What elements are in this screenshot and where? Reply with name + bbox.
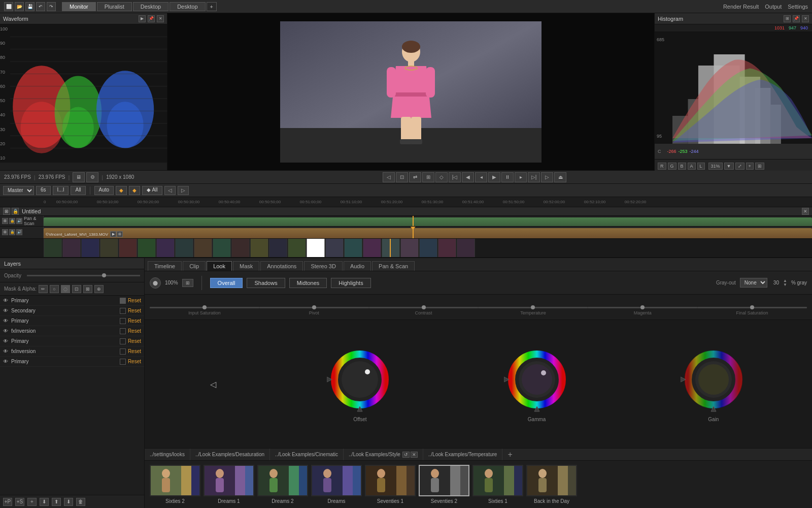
tab-desktop-2[interactable]: Desktop (170, 2, 205, 11)
pb-mark-in-btn[interactable]: ◁ (383, 172, 395, 182)
monitor-icon[interactable]: 🖥 (73, 172, 85, 182)
hist-g-btn[interactable]: G (668, 163, 676, 170)
track-audio-1[interactable]: 🔊 (16, 218, 22, 224)
color-scope-icon[interactable]: ⬤ (150, 277, 161, 289)
layer-check-1[interactable] (120, 308, 126, 314)
mask-btn-2[interactable]: ○ (50, 285, 59, 293)
timeline-close-btn[interactable]: ✕ (802, 208, 809, 215)
tab-stereo3d[interactable]: Stereo 3D (304, 261, 343, 271)
mask-btn-5[interactable]: ⊠ (83, 285, 92, 293)
pb-trim-btn[interactable]: ⊡ (396, 172, 408, 182)
layer-item-5[interactable]: 👁 fxInversion Reset (0, 346, 144, 357)
track-audio-2[interactable]: 🔊 (16, 229, 22, 235)
hist-grid-btn[interactable]: ⊞ (755, 163, 764, 170)
look-item-seventies2[interactable]: Seventies 2 (419, 465, 469, 504)
layer-item-4[interactable]: 👁 Primary Reset (0, 336, 144, 346)
midtones-btn[interactable]: Midtones (289, 278, 327, 288)
gray-out-select[interactable]: None (740, 278, 767, 288)
pb-play-btn[interactable]: ▶ (488, 172, 500, 182)
hist-close-btn[interactable]: ✕ (802, 15, 809, 22)
track-visibility-2[interactable]: ⊞ (2, 229, 8, 235)
look-tab-refresh-btn[interactable]: ↺ (402, 452, 410, 458)
layer-reset-4[interactable]: Reset (128, 338, 141, 344)
look-item-sixties2[interactable]: Sixties 2 (150, 465, 200, 504)
mask-btn-4[interactable]: ⊡ (72, 285, 81, 293)
pb-export-btn[interactable]: ⏏ (554, 172, 566, 182)
hist-pin-btn[interactable]: 📌 (793, 15, 800, 22)
settings-link[interactable]: Settings (788, 4, 808, 10)
layer-reset-3[interactable]: Reset (128, 328, 141, 334)
pb-stop-btn[interactable]: ⏸ (501, 172, 514, 182)
pb-jump-end[interactable]: ▷ (541, 172, 553, 182)
pb-match-btn[interactable]: ⊞ (422, 172, 434, 182)
look-item-back-in-the-day[interactable]: Back in the Day (526, 465, 577, 504)
layer-reset-6[interactable]: Reset (128, 359, 141, 364)
tab-pan-scan[interactable]: Pan & Scan (372, 261, 415, 271)
wheel-offset-svg[interactable] (327, 346, 393, 412)
layer-item-1[interactable]: 👁 Secondary Reset (0, 306, 144, 316)
hist-r-btn[interactable]: R (658, 163, 666, 170)
redo-icon[interactable]: ↷ (47, 2, 56, 11)
tab-audio[interactable]: Audio (344, 261, 371, 271)
pb-fwd-frame[interactable]: ▸ (515, 172, 527, 182)
look-item-dreams2[interactable]: Dreams 2 (257, 465, 308, 504)
waveform-close-btn[interactable]: ✕ (157, 15, 164, 22)
look-tab-style-close[interactable]: ✕ (411, 452, 418, 458)
open-icon[interactable]: 📂 (15, 2, 24, 11)
layer-check-0[interactable] (120, 298, 126, 304)
mask-btn-6[interactable]: ⊕ (94, 285, 104, 293)
wheel-gain-svg[interactable] (681, 346, 747, 412)
tab-clip[interactable]: Clip (183, 261, 206, 271)
highlights-btn[interactable]: Highlights (331, 278, 370, 288)
layer-item-3[interactable]: 👁 fxInversion Reset (0, 326, 144, 336)
tab-annotations[interactable]: Annotations (260, 261, 303, 271)
tab-mask[interactable]: Mask (233, 261, 259, 271)
layer-item-2[interactable]: 👁 Primary Reset (0, 316, 144, 326)
look-item-dreams1[interactable]: Dreams 1 (204, 465, 254, 504)
hist-zoom-select[interactable]: 31% (708, 163, 723, 170)
new-icon[interactable]: ⬜ (4, 2, 13, 11)
timeline-preset-select[interactable]: Master (3, 186, 34, 195)
contrast-track[interactable] (369, 307, 479, 308)
look-tab-settings[interactable]: ../settings/looks (145, 449, 190, 461)
pb-end-btn[interactable]: ◇ (435, 172, 448, 182)
hist-b-btn[interactable]: B (678, 163, 686, 170)
track-lock-2[interactable]: 🔒 (9, 229, 15, 235)
look-item-sixties1[interactable]: Sixties 1 (472, 465, 523, 504)
track-ctrl-1[interactable]: ⊞ (3, 208, 10, 215)
output-link[interactable]: Output (765, 4, 782, 10)
final-sat-track[interactable] (697, 307, 807, 308)
hist-expand2-btn[interactable]: ⤢ (735, 163, 745, 170)
pb-next-marker[interactable]: ▷| (528, 172, 540, 182)
layer-reset-5[interactable]: Reset (128, 348, 141, 354)
tab-desktop-1[interactable]: Desktop (133, 2, 168, 11)
render-result-link[interactable]: Render Result (723, 4, 759, 10)
shadows-btn[interactable]: Shadows (247, 278, 285, 288)
add-p-btn[interactable]: +P (3, 498, 12, 506)
hist-plus-btn[interactable]: + (746, 163, 754, 170)
layer-check-6[interactable] (120, 359, 126, 365)
add-btn[interactable]: + (27, 498, 37, 506)
pb-prev-marker[interactable]: |◁ (449, 172, 461, 182)
look-tab-desaturation[interactable]: ../Look Examples/Desaturation (190, 449, 270, 461)
tab-add-button[interactable]: + (207, 2, 217, 11)
look-item-dreams[interactable]: Dreams (311, 465, 362, 504)
look-tab-add[interactable]: + (502, 449, 517, 460)
mask-btn-3[interactable]: ◌ (61, 285, 70, 293)
magenta-track[interactable] (588, 307, 697, 308)
hist-a-btn[interactable]: A (688, 163, 696, 170)
tab-look[interactable]: Look (207, 261, 232, 271)
layer-reset-0[interactable]: Reset (128, 298, 141, 303)
pb-swap-btn[interactable]: ⇄ (409, 172, 421, 182)
waveform-pin-btn[interactable]: 📌 (148, 15, 155, 22)
diamond2-btn[interactable]: ◆ (129, 186, 140, 195)
layer-check-5[interactable] (120, 348, 126, 355)
markers-btn[interactable]: I...I (53, 186, 69, 195)
opacity-slider[interactable] (27, 275, 140, 276)
temperature-track[interactable] (478, 307, 588, 308)
layer-item-6[interactable]: 👁 Primary Reset (0, 357, 144, 367)
pb-back-frame[interactable]: ◂ (475, 172, 487, 182)
track-visibility-1[interactable]: ⊞ (2, 218, 8, 224)
look-tab-style[interactable]: ../Look Examples/Style ↺ ✕ (344, 449, 423, 461)
layer-item-0[interactable]: 👁 Primary Reset (0, 296, 144, 306)
